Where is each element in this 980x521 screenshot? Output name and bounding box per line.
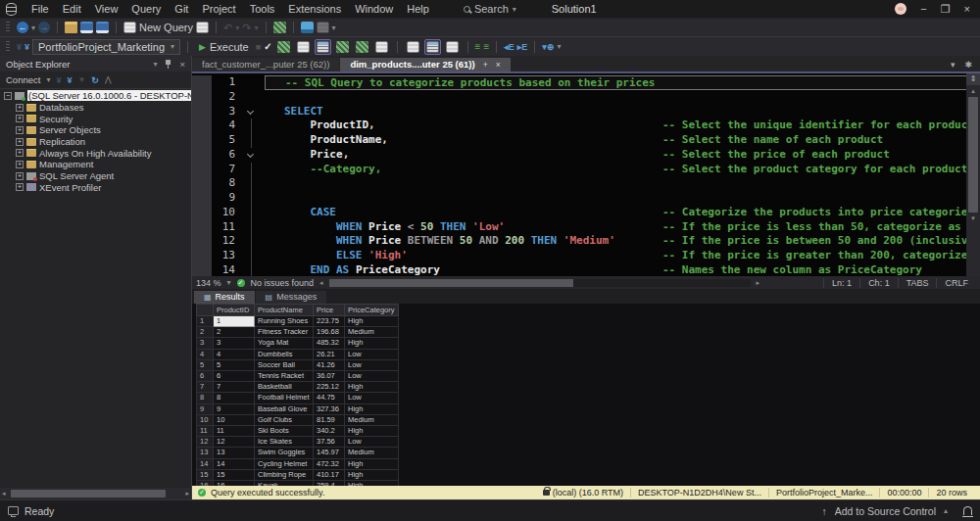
redo-dropdown-icon[interactable]: ▾ [255, 24, 259, 32]
grid-cell[interactable]: 5 [214, 359, 255, 370]
connect-button[interactable]: Connect [6, 74, 40, 85]
grid-cell[interactable]: 7 [214, 382, 255, 393]
eol-indicator[interactable]: CRLF [936, 278, 976, 288]
scroll-left-icon[interactable]: ◂ [319, 279, 323, 287]
menu-tools[interactable]: Tools [243, 2, 282, 16]
menu-git[interactable]: Git [168, 2, 195, 16]
menu-file[interactable]: File [24, 2, 56, 16]
tab-messages[interactable]: ▤ Messages [256, 291, 327, 304]
grid-cell[interactable]: 485.32 [314, 338, 345, 349]
open-file-icon[interactable] [65, 22, 77, 33]
menu-edit[interactable]: Edit [56, 2, 88, 16]
increase-indent-icon[interactable]: ▸E [517, 42, 528, 52]
undo-dropdown-icon[interactable]: ▾ [235, 24, 239, 32]
grid-cell[interactable]: 26.21 [314, 349, 345, 359]
minimize-button[interactable]: − [920, 4, 926, 15]
menu-window[interactable]: Window [348, 2, 400, 16]
toolbar-overflow-icon[interactable]: ▾ [332, 24, 336, 32]
code-line-10[interactable]: 10 CASE-- Categorize the products into p… [192, 206, 980, 220]
tree-item-server-objects[interactable]: +Server Objects [0, 124, 191, 136]
grid-cell[interactable]: 145.97 [314, 448, 345, 458]
grid-cell[interactable]: Low [345, 349, 399, 359]
grid-cell[interactable]: Yoga Mat [255, 338, 314, 349]
grid-cell[interactable]: High [345, 403, 399, 414]
active-files-dropdown-icon[interactable]: ▾ [951, 60, 956, 70]
grid-cell[interactable]: Low [345, 371, 399, 382]
feedback-icon[interactable] [301, 22, 314, 33]
tree-item-always-on-high-availability[interactable]: +Always On High Availability [0, 147, 191, 159]
menu-project[interactable]: Project [195, 2, 242, 16]
grid-cell[interactable]: 13 [214, 448, 255, 458]
row-number-cell[interactable]: 4 [197, 349, 214, 359]
row-number-cell[interactable]: 5 [197, 359, 214, 370]
gear-icon[interactable]: ✱ [964, 60, 972, 70]
activity-monitor-icon[interactable] [273, 22, 286, 33]
row-number-cell[interactable]: 10 [197, 414, 214, 425]
tab-results[interactable]: ▦ Results [194, 291, 255, 304]
grid-cell[interactable]: 81.59 [314, 414, 345, 425]
scrollbar-thumb[interactable] [968, 97, 978, 213]
grid-cell[interactable]: Swim Goggles [255, 448, 314, 458]
grid-cell[interactable]: Low [345, 359, 399, 370]
tree-item-databases[interactable]: +Databases [0, 102, 191, 114]
menu-help[interactable]: Help [400, 2, 436, 16]
user-avatar[interactable] [895, 3, 906, 15]
code-line-14[interactable]: 14 END AS PriceCategory-- Names the new … [192, 263, 980, 276]
grid-cell[interactable]: 12 [214, 437, 255, 448]
row-number-cell[interactable]: 8 [197, 393, 214, 403]
filter-icon[interactable]: ▼ [77, 75, 85, 84]
live-stats-icon[interactable] [354, 39, 370, 55]
row-number-cell[interactable]: 13 [197, 448, 214, 458]
specify-values-icon[interactable]: ▾⊕ [542, 42, 554, 52]
panel-close-icon[interactable]: × [179, 59, 185, 70]
grid-cell[interactable]: Soccer Ball [255, 359, 314, 370]
database-selector[interactable]: PortfolioProject_Marketing ▾ [32, 39, 180, 55]
grid-cell[interactable]: 11 [214, 426, 255, 437]
chevron-up-icon[interactable]: ▴ [944, 506, 948, 515]
editor-hscrollbar[interactable] [329, 279, 751, 287]
tab-dim-products[interactable]: dim_products....uter 25 (61)) + × [340, 58, 510, 71]
tree-item-management[interactable]: +Management [0, 159, 191, 170]
grid-cell[interactable]: 1 [214, 316, 255, 327]
pin-icon[interactable] [165, 60, 172, 69]
grid-cell[interactable]: Medium [345, 327, 399, 338]
maximize-button[interactable]: ❐ [941, 4, 951, 15]
row-number-cell[interactable]: 1 [197, 316, 214, 327]
notifications-bell-icon[interactable] [963, 506, 972, 515]
tab-fact-customer[interactable]: fact_customer_...puter 25 (62)) [192, 58, 339, 71]
grid-cell[interactable]: Low [345, 437, 399, 448]
menu-extensions[interactable]: Extensions [281, 2, 348, 16]
float-tab-icon[interactable]: + [483, 60, 488, 70]
row-number-cell[interactable]: 12 [197, 437, 214, 448]
grid-cell[interactable]: 225.12 [314, 382, 345, 393]
menu-query[interactable]: Query [124, 2, 168, 16]
add-to-source-control-button[interactable]: Add to Source Control [835, 505, 936, 517]
grid-cell[interactable]: 410.17 [314, 469, 345, 480]
new-query-button[interactable]: New Query [139, 22, 193, 33]
column-header-pricecategory[interactable]: PriceCategory [345, 305, 399, 316]
grid-cell[interactable]: High [345, 458, 399, 469]
row-number-cell[interactable]: 3 [197, 338, 214, 349]
grid-cell[interactable]: 41.26 [314, 359, 345, 370]
grid-cell[interactable]: Medium [345, 414, 399, 425]
grid-cell[interactable]: Low [345, 393, 399, 403]
tree-item-server[interactable]: −(SQL Server 16.0.1000.6 - DESKTOP-N1D2D… [0, 90, 191, 102]
client-stats-icon[interactable] [373, 39, 390, 55]
navigate-backward-button[interactable]: ← [17, 22, 28, 33]
grid-cell[interactable]: Tennis Racket [255, 371, 314, 382]
intellisense-icon[interactable] [315, 39, 331, 55]
row-number-cell[interactable]: 9 [197, 403, 214, 414]
tree-item-xevent-profiler[interactable]: +XEvent Profiler [0, 182, 191, 194]
grid-cell[interactable]: High [345, 338, 399, 349]
stop-icon[interactable]: ¥ [67, 75, 72, 85]
grid-cell[interactable]: 36.07 [314, 371, 345, 382]
editor-vscrollbar[interactable]: ⇕ ▴ ▾ [966, 73, 980, 276]
grid-cell[interactable]: 472.32 [314, 458, 345, 469]
row-number-cell[interactable]: 11 [197, 426, 214, 437]
grid-cell[interactable]: Dumbbells [255, 349, 314, 359]
code-line-13[interactable]: 13 ELSE 'High'-- If the price is greater… [192, 249, 980, 263]
save-all-icon[interactable] [96, 22, 109, 33]
results-to-file-icon[interactable] [444, 39, 461, 55]
save-icon[interactable] [80, 22, 93, 33]
grid-cell[interactable]: 327.36 [314, 403, 345, 414]
